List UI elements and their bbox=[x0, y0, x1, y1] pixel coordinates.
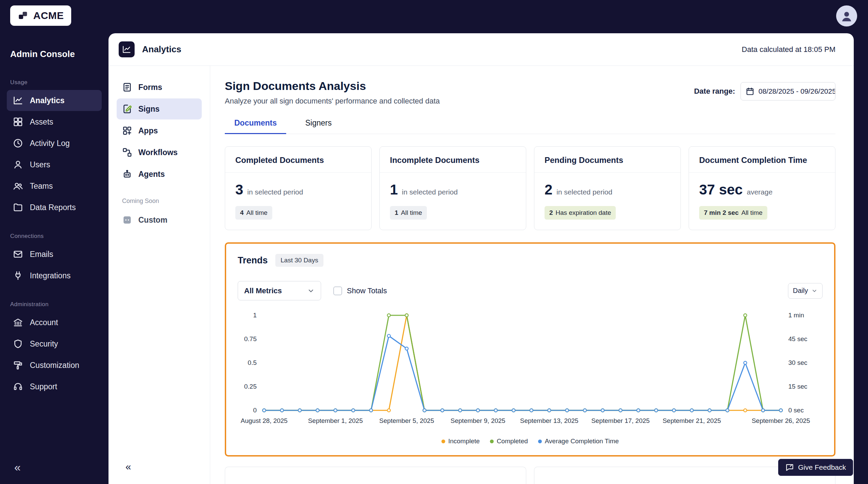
bottom-card-left bbox=[225, 467, 526, 484]
sidebar-item-customization[interactable]: Customization bbox=[7, 355, 102, 376]
subnav-item-forms[interactable]: Forms bbox=[117, 77, 202, 98]
give-feedback-label: Give Feedback bbox=[798, 463, 846, 471]
title-row: Sign Documents Analysis Analyze your all… bbox=[225, 79, 835, 106]
stat-cards-row: Completed Documents 3 in selected period… bbox=[225, 146, 835, 230]
sidebar-item-security[interactable]: Security bbox=[7, 333, 102, 354]
sidebar-item-analytics[interactable]: Analytics bbox=[7, 90, 102, 111]
signs-icon bbox=[122, 104, 132, 114]
subnav-item-label: Forms bbox=[138, 83, 162, 92]
sidebar-item-label: Integrations bbox=[30, 271, 71, 280]
stat-card-body: 2 in selected period 2 Has expiration da… bbox=[534, 173, 680, 230]
sidebar-item-emails[interactable]: Emails bbox=[7, 244, 102, 265]
sidebar-item-label: Analytics bbox=[30, 96, 64, 105]
customization-icon bbox=[13, 360, 23, 370]
sidebar-item-data-reports[interactable]: Data Reports bbox=[7, 197, 102, 218]
acme-logo-icon bbox=[18, 10, 29, 21]
stat-caption: in selected period bbox=[556, 188, 612, 196]
svg-text:45 sec: 45 sec bbox=[788, 335, 807, 342]
stat-card-incomplete-documents: Incomplete Documents 1 in selected perio… bbox=[379, 146, 526, 230]
sidebar-item-label: Teams bbox=[30, 182, 53, 191]
user-avatar[interactable] bbox=[836, 5, 857, 26]
svg-text:August 28, 2025: August 28, 2025 bbox=[241, 417, 288, 424]
date-range-picker[interactable]: 08/28/2025 - 09/26/2025 bbox=[741, 82, 835, 100]
tabs: Documents Signers bbox=[225, 118, 835, 134]
sidebar-item-label: Assets bbox=[30, 117, 53, 127]
stat-value: 3 bbox=[235, 182, 243, 198]
sidebar-item-support[interactable]: Support bbox=[7, 376, 102, 397]
interval-dropdown[interactable]: Daily bbox=[788, 283, 823, 299]
subnav-item-label: Custom bbox=[138, 216, 167, 225]
subnav-item-custom[interactable]: Custom bbox=[117, 209, 202, 230]
chevron-down-icon bbox=[307, 287, 315, 295]
stat-caption: in selected period bbox=[247, 188, 303, 196]
stat-badge: 1 All time bbox=[390, 206, 427, 220]
agents-icon bbox=[122, 169, 132, 179]
tab-signers[interactable]: Signers bbox=[296, 118, 341, 134]
sidebar-item-teams[interactable]: Teams bbox=[7, 175, 102, 197]
brand-text: ACME bbox=[33, 10, 64, 21]
stat-badge: 2 Has expiration date bbox=[545, 206, 616, 220]
legend-item: Average Completion Time bbox=[538, 438, 619, 445]
subnav-item-agents[interactable]: Agents bbox=[117, 164, 202, 185]
subnav-item-label: Workflows bbox=[138, 148, 178, 157]
section-label-administration: Administration bbox=[10, 301, 98, 308]
stat-card-title: Pending Documents bbox=[534, 147, 680, 173]
interval-dropdown-value: Daily bbox=[793, 287, 808, 295]
svg-text:0.5: 0.5 bbox=[248, 359, 257, 366]
section-label-usage: Usage bbox=[10, 79, 98, 86]
trends-title: Trends bbox=[238, 255, 268, 266]
subnav: Forms Signs Apps Workflows Agents bbox=[108, 66, 210, 484]
sidebar-item-activity-log[interactable]: Activity Log bbox=[7, 133, 102, 154]
give-feedback-button[interactable]: Give Feedback bbox=[778, 459, 853, 476]
metrics-dropdown[interactable]: All Metrics bbox=[238, 281, 321, 300]
show-totals-control[interactable]: Show Totals bbox=[333, 286, 387, 295]
svg-text:September 13, 2025: September 13, 2025 bbox=[520, 417, 578, 424]
bottom-cards-row bbox=[225, 467, 835, 484]
sidebar-item-assets[interactable]: Assets bbox=[7, 111, 102, 132]
legend-label: Incomplete bbox=[448, 438, 480, 445]
svg-text:September 5, 2025: September 5, 2025 bbox=[379, 417, 434, 424]
sidebar-item-account[interactable]: Account bbox=[7, 312, 102, 333]
sidebar-item-integrations[interactable]: Integrations bbox=[7, 265, 102, 286]
chevron-down-icon bbox=[811, 288, 817, 294]
subnav-item-workflows[interactable]: Workflows bbox=[117, 142, 202, 163]
activity-log-icon bbox=[13, 138, 23, 148]
sidebar-collapse-button[interactable]: « bbox=[14, 461, 21, 474]
panel-body: Forms Signs Apps Workflows Agents bbox=[108, 66, 854, 484]
sidebar-item-label: Support bbox=[30, 382, 57, 391]
stat-badge: 7 min 2 sec All time bbox=[699, 206, 767, 220]
stat-value: 2 bbox=[545, 182, 552, 198]
page-title: Sign Documents Analysis bbox=[225, 79, 440, 93]
svg-text:September 17, 2025: September 17, 2025 bbox=[591, 417, 650, 424]
svg-text:September 21, 2025: September 21, 2025 bbox=[663, 417, 721, 424]
sidebar-item-label: Activity Log bbox=[30, 139, 70, 148]
trends-chart: 00.250.50.7510 sec15 sec30 sec45 sec1 mi… bbox=[238, 310, 823, 429]
subnav-item-label: Signs bbox=[138, 105, 160, 114]
sidebar-item-label: Security bbox=[30, 339, 58, 349]
person-icon bbox=[840, 9, 853, 23]
stat-caption: in selected period bbox=[402, 188, 458, 196]
subnav-item-label: Apps bbox=[138, 126, 158, 135]
subnav-item-apps[interactable]: Apps bbox=[117, 120, 202, 141]
integrations-icon bbox=[13, 271, 23, 281]
metrics-dropdown-value: All Metrics bbox=[244, 286, 282, 295]
show-totals-checkbox[interactable] bbox=[333, 286, 342, 295]
section-label-connections: Connections bbox=[10, 233, 98, 240]
subnav-item-signs[interactable]: Signs bbox=[117, 98, 202, 119]
subnav-collapse-button[interactable]: « bbox=[125, 461, 131, 472]
svg-text:15 sec: 15 sec bbox=[788, 383, 807, 390]
show-totals-label: Show Totals bbox=[347, 286, 387, 295]
support-icon bbox=[13, 381, 23, 392]
legend-item: Incomplete bbox=[441, 438, 480, 445]
svg-text:30 sec: 30 sec bbox=[788, 359, 807, 366]
tab-documents[interactable]: Documents bbox=[225, 118, 286, 134]
svg-text:September 9, 2025: September 9, 2025 bbox=[451, 417, 506, 424]
panel-header: Analytics Data calculated at 18:05 PM bbox=[108, 33, 854, 66]
security-icon bbox=[13, 339, 23, 349]
stat-card-title: Incomplete Documents bbox=[380, 147, 526, 173]
sidebar-item-users[interactable]: Users bbox=[7, 154, 102, 175]
brand-logo[interactable]: ACME bbox=[10, 5, 71, 26]
stat-card-title: Document Completion Time bbox=[689, 147, 835, 173]
panel-title: Analytics bbox=[142, 44, 181, 55]
stat-badge: 4 All time bbox=[235, 206, 272, 220]
